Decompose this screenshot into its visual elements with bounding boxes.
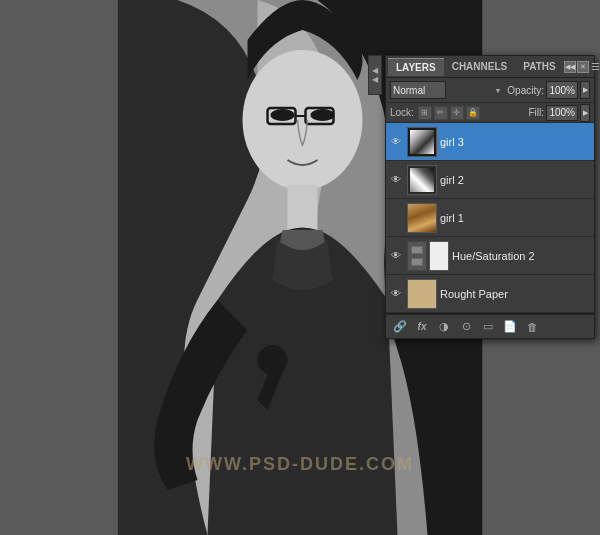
opacity-arrow[interactable]: ▶ — [580, 81, 590, 99]
opacity-input[interactable] — [546, 81, 578, 99]
opacity-label: Opacity: — [507, 85, 544, 96]
svg-point-3 — [271, 109, 295, 121]
layers-panel: LAYERS CHANNELS PATHS ◀◀ ✕ ☰ Normal Diss… — [385, 55, 595, 339]
collapse-button[interactable]: ◀◀ — [564, 61, 576, 73]
fill-input[interactable] — [546, 105, 578, 121]
layer-name-girl1: girl 1 — [440, 212, 592, 224]
lock-fill-row: Lock: ⊞ ✏ ✛ 🔒 Fill: ▶ — [386, 103, 594, 123]
layer-huesat[interactable]: 👁 Hue/Saturation 2 — [386, 237, 594, 275]
watermark: WWW.PSD-DUDE.COM — [186, 454, 414, 475]
panel-footer: 🔗 fx ◑ ⊙ ▭ 📄 🗑 — [386, 314, 594, 338]
layer-name-huesat: Hue/Saturation 2 — [452, 250, 592, 262]
layers-list[interactable]: 👁 girl 3 👁 girl 2 girl 1 👁 Hue/Saturatio… — [386, 123, 594, 314]
panel-collapse-arrow[interactable]: ◀ ◀ — [368, 55, 382, 95]
layer-name-roughpaper: Rought Paper — [440, 288, 592, 300]
layer-thumb-girl1 — [407, 203, 437, 233]
layer-thumb-roughpaper — [407, 279, 437, 309]
layer-girl3[interactable]: 👁 girl 3 — [386, 123, 594, 161]
tab-paths[interactable]: PATHS — [515, 58, 563, 75]
lock-position-button[interactable]: ✛ — [450, 106, 464, 120]
fill-arrow[interactable]: ▶ — [580, 104, 590, 122]
adjustment-button[interactable]: ◑ — [434, 318, 454, 336]
layer-visibility-girl2[interactable]: 👁 — [388, 172, 404, 188]
panel-menu-button[interactable]: ☰ — [591, 59, 600, 75]
svg-point-9 — [258, 345, 288, 375]
layer-visibility-girl3[interactable]: 👁 — [388, 134, 404, 150]
delete-layer-button[interactable]: 🗑 — [522, 318, 542, 336]
huesat-thumb-left — [407, 241, 427, 271]
layer-visibility-girl1[interactable] — [388, 210, 404, 226]
fx-button[interactable]: fx — [412, 318, 432, 336]
lock-label: Lock: — [390, 107, 414, 118]
lock-image-button[interactable]: ✏ — [434, 106, 448, 120]
layer-thumb-girl3 — [407, 127, 437, 157]
fill-group: Fill: ▶ — [528, 104, 590, 122]
lock-icons: ⊞ ✏ ✛ 🔒 — [418, 106, 480, 120]
blend-mode-wrapper: Normal Dissolve Multiply Screen Overlay — [390, 81, 503, 99]
link-button[interactable]: 🔗 — [390, 318, 410, 336]
panel-tabs: LAYERS CHANNELS PATHS ◀◀ ✕ ☰ — [386, 56, 594, 78]
svg-point-2 — [243, 50, 363, 190]
layer-girl2[interactable]: 👁 girl 2 — [386, 161, 594, 199]
blend-opacity-row: Normal Dissolve Multiply Screen Overlay … — [386, 78, 594, 103]
fill-label: Fill: — [528, 107, 544, 118]
tab-channels[interactable]: CHANNELS — [444, 58, 516, 75]
huesat-thumb-right — [429, 241, 449, 271]
layer-thumb-girl2 — [407, 165, 437, 195]
new-layer-button[interactable]: 📄 — [500, 318, 520, 336]
layer-roughpaper[interactable]: 👁 Rought Paper — [386, 275, 594, 313]
layer-girl1[interactable]: girl 1 — [386, 199, 594, 237]
layer-name-girl2: girl 2 — [440, 174, 592, 186]
layer-visibility-huesat[interactable]: 👁 — [388, 248, 404, 264]
mask-button[interactable]: ⊙ — [456, 318, 476, 336]
opacity-group: Opacity: ▶ — [507, 81, 590, 99]
svg-point-4 — [311, 109, 335, 121]
panel-collapse-controls: ◀◀ ✕ — [564, 61, 589, 73]
lock-all-button[interactable]: 🔒 — [466, 106, 480, 120]
close-button[interactable]: ✕ — [577, 61, 589, 73]
lock-transparent-button[interactable]: ⊞ — [418, 106, 432, 120]
tab-layers[interactable]: LAYERS — [388, 58, 444, 76]
huesat-thumbs — [407, 241, 449, 271]
group-button[interactable]: ▭ — [478, 318, 498, 336]
layer-name-girl3: girl 3 — [440, 136, 592, 148]
blend-mode-select[interactable]: Normal Dissolve Multiply Screen Overlay — [390, 81, 446, 99]
layer-visibility-roughpaper[interactable]: 👁 — [388, 286, 404, 302]
